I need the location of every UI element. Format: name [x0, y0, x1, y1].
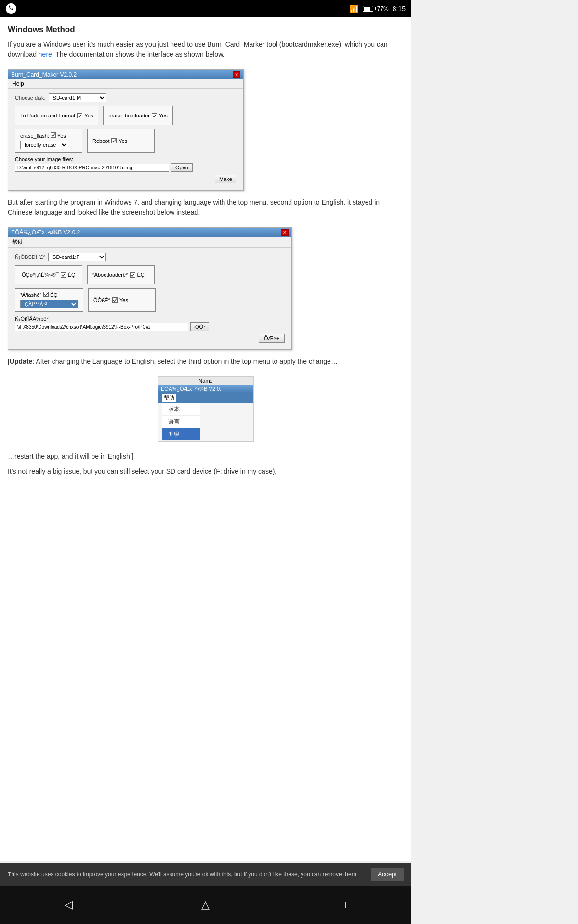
chinese-image-label: Ñ¡ÓñÎÄÀ¾bê°	[15, 316, 285, 321]
disk-label: Choose disk:	[15, 95, 46, 101]
window1-menu-help[interactable]: Help	[12, 80, 24, 87]
window1-titlebar: Burn_Card_Maker V2.0.2 ✕	[8, 70, 243, 79]
erase-flash-box: erase_flash: Yes forcelly erase	[15, 129, 82, 153]
menu-screenshot-container: Name ÉÔÂ¾¿ÓÆx÷²¤¾B V2.0. 帮助 版本 语言 升级	[8, 372, 404, 447]
wifi-icon: 📶	[349, 4, 359, 13]
image-label: Choose your image files:	[15, 156, 236, 162]
name-label: Name	[158, 377, 253, 385]
menu-screenshot: Name ÉÔÂ¾¿ÓÆx÷²¤¾B V2.0. 帮助 版本 语言 升级	[158, 376, 254, 442]
erase-boot-box: erase_bootloader Yes	[103, 106, 173, 125]
make-button[interactable]: Make	[215, 175, 236, 183]
flash-reboot-group: erase_flash: Yes forcelly erase Reboot Y…	[15, 129, 236, 153]
reboot-box: Reboot Yes	[87, 129, 155, 153]
chinese-disk-select[interactable]: SD-card1:F	[48, 253, 106, 261]
erase-boot-yes: Yes	[159, 113, 168, 118]
partition-erase-group: To Partition and Format Yes erase_bootlo…	[15, 106, 236, 125]
chinese-image-path-input[interactable]: \\FX8350\Downloads2\cnxsoft\AMLogic\S912…	[15, 323, 188, 331]
chinese-force-erase-select[interactable]: ÇÃI***Â*²	[20, 300, 78, 308]
page-title: Windows Method	[8, 25, 404, 35]
disk-select[interactable]: SD-card1:M	[49, 93, 106, 102]
main-content: Windows Method If you are a Windows user…	[0, 17, 411, 861]
chinese-reboot-label: ÕÔ£Ê°	[93, 297, 110, 303]
menu-item-upgrade[interactable]: 升级	[162, 428, 200, 441]
chinese-open-button[interactable]: ·ÓÒ°	[190, 322, 209, 331]
partition-checkbox[interactable]	[77, 113, 82, 118]
menu-active-item[interactable]: 帮助	[162, 394, 176, 402]
reboot-checkbox[interactable]	[111, 138, 117, 143]
restart-text: …restart the app, and it will be in Engl…	[8, 451, 404, 462]
chinese-disk-label: Ñ¡ÓBSDÌ ¨£°	[15, 254, 45, 260]
partition-box: To Partition and Format Yes	[15, 106, 98, 125]
chinese-erase-boot-label: ²Ábootloaderê°	[92, 272, 128, 278]
partition-label: To Partition and Format	[20, 113, 75, 118]
chinese-partition-erase-group: ·ÖÇø°í,ñÉ¼»®¯ ÉÇ ²Ábootloaderê° ÉÇ	[15, 265, 285, 284]
battery-percent: 77%	[377, 5, 389, 12]
window2-body: Ñ¡ÓBSDÌ ¨£° SD-card1:F ·ÖÇø°í,ñÉ¼»®¯ ÉÇ …	[8, 248, 291, 349]
window1-menubar: Help	[8, 79, 243, 89]
erase-flash-checkbox[interactable]	[51, 132, 56, 138]
paragraph2: But after starting the program in Window…	[8, 197, 404, 218]
intro-paragraph: If you are a Windows user it's much easi…	[8, 39, 404, 60]
window2-close-button[interactable]: ✕	[281, 229, 289, 236]
menu-bar: 帮助	[158, 393, 253, 403]
make-btn-row: Make	[15, 175, 236, 183]
chinese-flash-reboot-group: ²Áflashê° ÉÇ ÇÃI***Â*² ÕÔ£Ê° Yes	[15, 288, 285, 312]
update-text: : After changing the Language to English…	[32, 358, 338, 365]
home-button[interactable]: △	[196, 895, 215, 914]
chinese-partition-checkbox[interactable]	[61, 272, 66, 278]
chinese-disk-row: Ñ¡ÓBSDÌ ¨£° SD-card1:F	[15, 253, 285, 261]
erase-flash-label: erase_flash:	[20, 133, 49, 139]
cookie-text: This website uses cookies to improve you…	[8, 871, 356, 878]
force-erase-select[interactable]: forcelly erase	[20, 141, 68, 149]
menu-item-language[interactable]: 语言	[162, 416, 200, 428]
chinese-partition-label: ·ÖÇø°í,ñÉ¼»®¯	[20, 272, 59, 278]
cookie-accept-button[interactable]: Accept	[371, 868, 404, 881]
chinese-erase-boot-checkbox[interactable]	[130, 272, 135, 278]
bottom-nav: ◁ △ □	[0, 886, 411, 924]
window1-title: Burn_Card_Maker V2.0.2	[11, 71, 77, 78]
window2-menubar: 帮助	[8, 237, 291, 248]
status-bar: 📶 77% 8:15	[0, 0, 411, 17]
chinese-image-path-row: Ñ¡ÓñÎÄÀ¾bê° \\FX8350\Downloads2\cnxsoft\…	[15, 316, 285, 331]
window2-title: ÉÔÂ¾¿ÓÆx÷²¤¾B V2.0.2	[11, 229, 80, 236]
chinese-erase-flash-box: ²Áflashê° ÉÇ ÇÃI***Â*²	[15, 288, 83, 312]
status-bar-right: 📶 77% 8:15	[349, 4, 406, 13]
image-path-row: Choose your image files: D:\aml_s912_q63…	[15, 156, 236, 172]
battery-indicator: 77%	[363, 5, 389, 12]
window1-close-button[interactable]: ✕	[233, 71, 240, 78]
partition-yes: Yes	[84, 113, 93, 118]
disk-row: Choose disk: SD-card1:M	[15, 93, 236, 102]
window2-titlebar: ÉÔÂ¾¿ÓÆx÷²¤¾B V2.0.2 ✕	[8, 228, 291, 237]
chinese-erase-flash-checkbox[interactable]	[43, 292, 49, 297]
clock: 8:15	[393, 5, 406, 13]
reboot-label: Reboot	[92, 138, 109, 144]
chinese-make-btn-row: ÕÆ×÷	[15, 334, 285, 343]
burn-card-maker-chinese-window: ÉÔÂ¾¿ÓÆx÷²¤¾B V2.0.2 ✕ 帮助 Ñ¡ÓBSDÌ ¨£° SD…	[8, 227, 292, 350]
intro-text2: . The documentation shows the interface …	[52, 51, 225, 58]
image-path-input[interactable]: D:\aml_s912_q6330-R-BOX-PRO-mac-20161015…	[15, 164, 169, 172]
window2-menu-help[interactable]: 帮助	[12, 239, 24, 245]
open-button[interactable]: Open	[171, 163, 193, 172]
cookie-bar: This website uses cookies to improve you…	[0, 863, 411, 886]
recent-apps-button[interactable]: □	[333, 895, 353, 914]
chinese-make-button[interactable]: ÕÆ×÷	[259, 334, 285, 343]
phone-icon	[6, 3, 16, 14]
menu-title: ÉÔÂ¾¿ÓÆx÷²¤¾B V2.0.	[161, 386, 221, 392]
burn-card-maker-window: Burn_Card_Maker V2.0.2 ✕ Help Choose dis…	[8, 69, 244, 191]
menu-titlebar: ÉÔÂ¾¿ÓÆx÷²¤¾B V2.0.	[158, 385, 253, 393]
chinese-reboot-checkbox[interactable]	[112, 297, 118, 303]
chinese-erase-flash-label: ²Áflashê°	[20, 292, 42, 298]
chinese-reboot-box: ÕÔ£Ê° Yes	[88, 288, 156, 312]
status-bar-left	[6, 3, 16, 14]
back-button[interactable]: ◁	[59, 895, 78, 914]
update-bold: Update	[10, 358, 32, 365]
erase-boot-label: erase_bootloader	[108, 113, 150, 118]
sd-card-text: It's not really a big issue, but you can…	[8, 466, 404, 476]
chinese-erase-boot-box: ²Ábootloaderê° ÉÇ	[87, 265, 155, 284]
chinese-partition-box: ·ÖÇø°í,ñÉ¼»®¯ ÉÇ	[15, 265, 82, 284]
window1-body: Choose disk: SD-card1:M To Partition and…	[8, 89, 243, 190]
menu-dropdown: 版本 语言 升级	[162, 403, 200, 441]
erase-boot-checkbox[interactable]	[152, 113, 157, 118]
menu-item-version[interactable]: 版本	[162, 403, 200, 416]
here-link[interactable]: here	[39, 51, 52, 58]
